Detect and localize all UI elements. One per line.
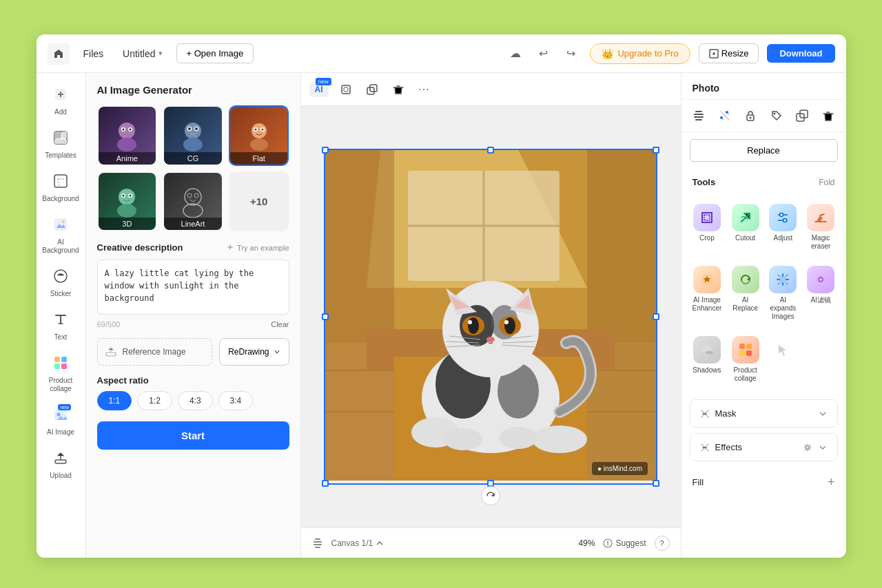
settings-icon[interactable] bbox=[803, 443, 812, 452]
try-example-button[interactable]: Try an example bbox=[226, 244, 289, 252]
svg-rect-94 bbox=[315, 547, 320, 548]
files-button[interactable]: Files bbox=[78, 45, 110, 62]
description-input[interactable]: A lazy little cat lying by the window wi… bbox=[97, 260, 289, 315]
cloud-button[interactable]: ☁ bbox=[504, 43, 526, 65]
svg-rect-13 bbox=[61, 357, 67, 362]
fill-section[interactable]: Fill + bbox=[681, 467, 846, 498]
tool-magic-eraser[interactable]: Magic eraser bbox=[804, 198, 838, 256]
undo-button[interactable]: ↩ bbox=[532, 43, 554, 65]
reference-image-box[interactable]: Reference Image bbox=[97, 338, 213, 366]
svg-rect-58 bbox=[587, 150, 656, 481]
delete-action-icon[interactable] bbox=[819, 105, 838, 126]
tool-ai-enhancer[interactable]: AI Image Enhancer bbox=[690, 260, 725, 326]
chevron-up-icon[interactable] bbox=[376, 539, 384, 547]
effects-section-controls bbox=[803, 443, 828, 452]
sidebar-item-text[interactable]: Text bbox=[40, 306, 81, 347]
tool-cursor bbox=[766, 330, 800, 388]
frame-tool-button[interactable] bbox=[334, 78, 358, 101]
svg-point-77 bbox=[504, 317, 515, 334]
svg-rect-47 bbox=[106, 353, 116, 356]
replace-button[interactable]: Replace bbox=[690, 139, 838, 162]
sidebar-item-ai-image[interactable]: new AI Image bbox=[40, 401, 81, 442]
resize-handle-tr[interactable] bbox=[653, 147, 659, 154]
sidebar-item-templates[interactable]: Templates bbox=[40, 125, 81, 165]
resize-handle-bl[interactable] bbox=[322, 480, 329, 487]
rotate-icon bbox=[486, 491, 495, 501]
svg-rect-18 bbox=[55, 460, 66, 463]
copy-tool-button[interactable] bbox=[360, 78, 384, 101]
enhancer-tool-label: AI Image Enhancer bbox=[693, 296, 722, 313]
fill-add-button[interactable]: + bbox=[828, 475, 835, 490]
tool-ai-replace[interactable]: AI Replace bbox=[728, 260, 762, 326]
suggest-button[interactable]: Suggest bbox=[603, 538, 646, 548]
aspect-4-3-button[interactable]: 4:3 bbox=[178, 391, 213, 410]
tag-action-icon[interactable] bbox=[767, 105, 786, 126]
start-button[interactable]: Start bbox=[97, 421, 289, 450]
style-more-button[interactable]: +10 bbox=[229, 171, 289, 232]
tool-cutout[interactable]: Cutout bbox=[728, 198, 762, 256]
canvas-image-frame[interactable]: ● insMind.com bbox=[324, 149, 657, 485]
open-image-button[interactable]: + Open Image bbox=[176, 43, 254, 63]
style-flat-label: Flat bbox=[230, 152, 288, 165]
style-3d[interactable]: 3D bbox=[97, 171, 158, 232]
sidebar-item-sticker[interactable]: Sticker bbox=[40, 263, 81, 304]
more-tool-button[interactable]: ··· bbox=[413, 78, 436, 101]
rotate-handle[interactable] bbox=[481, 486, 500, 505]
resize-handle-ml[interactable] bbox=[322, 313, 329, 320]
sidebar-item-add[interactable]: Add bbox=[40, 81, 81, 122]
svg-rect-12 bbox=[54, 357, 60, 362]
style-cg[interactable]: CG bbox=[163, 105, 223, 166]
style-cg-label: CG bbox=[164, 152, 222, 165]
svg-point-111 bbox=[783, 219, 787, 222]
redo-button[interactable]: ↪ bbox=[560, 43, 582, 65]
sidebar-item-product-collage[interactable]: Product collage bbox=[40, 350, 81, 399]
svg-rect-91 bbox=[314, 541, 322, 543]
tool-ai-expands[interactable]: AI expands Images bbox=[766, 260, 800, 326]
sidebar-item-upload[interactable]: Upload bbox=[40, 445, 81, 485]
download-button[interactable]: Download bbox=[767, 44, 834, 63]
tool-ai-filter[interactable]: AI滤镜 bbox=[804, 260, 838, 326]
sparkle-icon bbox=[226, 244, 234, 252]
layers-action-icon[interactable] bbox=[690, 105, 709, 126]
aspect-1-2-button[interactable]: 1:2 bbox=[137, 391, 172, 410]
upgrade-button[interactable]: 👑 Upgrade to Pro bbox=[590, 43, 690, 64]
eraser-tool-icon bbox=[807, 204, 834, 231]
aspect-1-1-button[interactable]: 1:1 bbox=[97, 391, 132, 410]
resize-handle-tc[interactable] bbox=[487, 147, 494, 154]
sidebar-item-background[interactable]: Background bbox=[40, 168, 81, 209]
delete-tool-button[interactable] bbox=[387, 78, 410, 101]
style-lineart[interactable]: LineArt bbox=[163, 171, 223, 232]
tool-product-collage[interactable]: Product collage bbox=[728, 330, 762, 388]
ai-tool-button[interactable]: AI new bbox=[309, 82, 329, 97]
home-button[interactable] bbox=[48, 43, 70, 65]
upload-icon bbox=[53, 450, 68, 469]
duplicate-action-icon[interactable] bbox=[793, 105, 812, 126]
mask-section-header[interactable]: Mask bbox=[690, 400, 837, 427]
chevron-down-icon[interactable] bbox=[818, 409, 828, 419]
resize-handle-tl[interactable] bbox=[322, 147, 329, 154]
svg-point-116 bbox=[820, 279, 822, 281]
effects-section-header[interactable]: Effects bbox=[690, 434, 837, 461]
resize-handle-br[interactable] bbox=[653, 480, 659, 487]
aspect-3-4-button[interactable]: 3:4 bbox=[218, 391, 254, 410]
tool-adjust[interactable]: Adjust bbox=[766, 198, 800, 256]
chevron-down-icon[interactable] bbox=[818, 443, 828, 452]
tool-crop[interactable]: Crop bbox=[690, 198, 725, 256]
style-anime[interactable]: Anime bbox=[97, 105, 158, 166]
expands-tool-label: AI expands Images bbox=[769, 296, 797, 321]
smart-action-icon[interactable] bbox=[715, 105, 735, 126]
clear-button[interactable]: Clear bbox=[271, 320, 289, 328]
resize-handle-mr[interactable] bbox=[653, 313, 659, 320]
help-button[interactable]: ? bbox=[655, 536, 670, 551]
sidebar-item-ai-background[interactable]: AI Background bbox=[40, 211, 81, 260]
svg-rect-6 bbox=[54, 175, 67, 187]
document-title[interactable]: Untitled ▾ bbox=[117, 45, 167, 62]
lock-action-icon[interactable] bbox=[741, 105, 761, 126]
resize-button[interactable]: Resize bbox=[699, 43, 759, 63]
redrawing-select[interactable]: ReDrawing bbox=[219, 338, 289, 366]
canvas-viewport[interactable]: ● insMind.com bbox=[301, 106, 681, 527]
svg-point-32 bbox=[250, 138, 268, 151]
style-flat[interactable]: Flat bbox=[229, 105, 289, 166]
fold-button[interactable]: Fold bbox=[819, 178, 834, 187]
tool-shadows[interactable]: Shadows bbox=[690, 330, 725, 388]
